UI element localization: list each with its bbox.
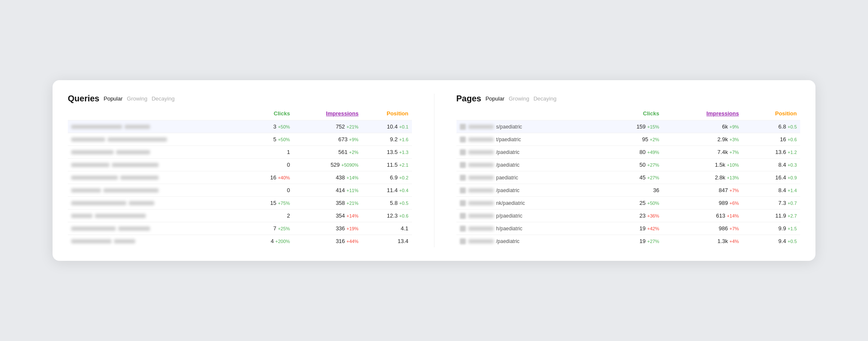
table-row: 0414 +11%11.4 +0.4 (68, 184, 412, 197)
position-cell: 13.4 (362, 235, 412, 248)
main-card: Queries Popular Growing Decaying Clicks … (53, 80, 815, 261)
table-row: 7 +25%336 +19%4.1 (68, 222, 412, 235)
impressions-cell: 1.5k +10% (662, 159, 742, 171)
position-cell: 11.5 +2.1 (362, 159, 412, 171)
clicks-cell: 50 +27% (603, 159, 663, 171)
query-cell (68, 210, 247, 222)
query-cell (68, 197, 247, 210)
pages-tab-growing[interactable]: Growing (509, 95, 529, 102)
queries-table: Clicks Impressions Position 3 +50%752 +2… (68, 109, 412, 247)
page-cell: paediatric (456, 171, 603, 184)
query-cell (68, 133, 247, 146)
col-pages-impressions-header[interactable]: Impressions (662, 109, 742, 120)
page-cell: /paediatric (456, 159, 603, 171)
query-cell (68, 235, 247, 248)
col-query-header (68, 109, 247, 120)
page-cell: s/paediatric (456, 120, 603, 133)
queries-tab-popular[interactable]: Popular (103, 95, 122, 102)
position-cell: 8.4 +0.3 (742, 159, 800, 171)
col-pages-clicks-header[interactable]: Clicks (603, 109, 663, 120)
table-row: 5 +50%673 +9%9.2 +1.6 (68, 133, 412, 146)
pages-header: Pages Popular Growing Decaying (456, 94, 801, 103)
table-row: 0529 +5090%11.5 +2.1 (68, 159, 412, 171)
table-row: 16 +40%438 +14%6.9 +0.2 (68, 171, 412, 184)
impressions-cell: 7.4k +7% (662, 146, 742, 159)
position-cell: 13.6 +1.2 (742, 146, 800, 159)
query-cell (68, 146, 247, 159)
pages-tab-decaying[interactable]: Decaying (534, 95, 556, 102)
position-cell: 5.8 +0.5 (362, 197, 412, 210)
page-cell: h/paediatric (456, 222, 603, 235)
impressions-cell: 358 +21% (293, 197, 362, 210)
clicks-cell: 0 (247, 159, 293, 171)
impressions-cell: 986 +7% (662, 222, 742, 235)
position-cell: 6.9 +0.2 (362, 171, 412, 184)
position-cell: 11.4 +0.4 (362, 184, 412, 197)
position-cell: 9.9 +1.5 (742, 222, 800, 235)
queries-tab-growing[interactable]: Growing (127, 95, 147, 102)
position-cell: 16 +0.6 (742, 133, 800, 146)
impressions-cell: 613 +14% (662, 210, 742, 222)
clicks-cell: 4 +200% (247, 235, 293, 248)
clicks-cell: 2 (247, 210, 293, 222)
impressions-cell: 989 +6% (662, 197, 742, 210)
page-cell: t/paediatric (456, 133, 603, 146)
table-row: nk/paediatric25 +50%989 +6%7.3 +0.7 (456, 197, 801, 210)
query-cell (68, 222, 247, 235)
pages-table: Clicks Impressions Position s/paediatric… (456, 109, 801, 247)
impressions-cell: 414 +11% (293, 184, 362, 197)
position-cell: 6.8 +0.5 (742, 120, 800, 133)
impressions-cell: 561 +2% (293, 146, 362, 159)
impressions-cell: 1.3k +4% (662, 235, 742, 248)
table-row: /paediatric50 +27%1.5k +10%8.4 +0.3 (456, 159, 801, 171)
page-cell: nk/paediatric (456, 197, 603, 210)
position-cell: 8.4 +1.4 (742, 184, 800, 197)
query-cell (68, 184, 247, 197)
impressions-cell: 529 +5090% (293, 159, 362, 171)
impressions-cell: 354 +14% (293, 210, 362, 222)
position-cell: 4.1 (362, 222, 412, 235)
position-cell: 10.4 +0.1 (362, 120, 412, 133)
clicks-cell: 0 (247, 184, 293, 197)
table-row: /paediatric36847 +7%8.4 +1.4 (456, 184, 801, 197)
impressions-cell: 2.8k +13% (662, 171, 742, 184)
position-cell: 7.3 +0.7 (742, 197, 800, 210)
table-row: /paediatric19 +27%1.3k +4%9.4 +0.5 (456, 235, 801, 248)
table-row: 2354 +14%12.3 +0.6 (68, 210, 412, 222)
pages-tab-popular[interactable]: Popular (485, 95, 504, 102)
page-cell: /paediatric (456, 235, 603, 248)
col-page-header (456, 109, 603, 120)
clicks-cell: 15 +75% (247, 197, 293, 210)
queries-tab-decaying[interactable]: Decaying (152, 95, 175, 102)
clicks-cell: 45 +27% (603, 171, 663, 184)
col-clicks-header[interactable]: Clicks (247, 109, 293, 120)
col-pages-position-header[interactable]: Position (742, 109, 800, 120)
page-cell: /paediatric (456, 146, 603, 159)
impressions-cell: 2.9k +3% (662, 133, 742, 146)
table-row: /paediatric80 +49%7.4k +7%13.6 +1.2 (456, 146, 801, 159)
impressions-cell: 6k +9% (662, 120, 742, 133)
position-cell: 16.4 +0.9 (742, 171, 800, 184)
impressions-cell: 847 +7% (662, 184, 742, 197)
table-row: paediatric45 +27%2.8k +13%16.4 +0.9 (456, 171, 801, 184)
query-cell (68, 171, 247, 184)
page-cell: p/paediatric (456, 210, 603, 222)
impressions-cell: 438 +14% (293, 171, 362, 184)
position-cell: 11.9 +2.7 (742, 210, 800, 222)
col-position-header[interactable]: Position (362, 109, 412, 120)
query-cell (68, 120, 247, 133)
clicks-cell: 19 +27% (603, 235, 663, 248)
clicks-cell: 19 +42% (603, 222, 663, 235)
table-row: t/paediatric95 +2%2.9k +3%16 +0.6 (456, 133, 801, 146)
table-row: s/paediatric159 +15%6k +9%6.8 +0.5 (456, 120, 801, 133)
col-impressions-header[interactable]: Impressions (293, 109, 362, 120)
clicks-cell: 95 +2% (603, 133, 663, 146)
clicks-cell: 3 +50% (247, 120, 293, 133)
impressions-cell: 673 +9% (293, 133, 362, 146)
clicks-cell: 80 +49% (603, 146, 663, 159)
clicks-cell: 1 (247, 146, 293, 159)
page-cell: /paediatric (456, 184, 603, 197)
query-cell (68, 159, 247, 171)
clicks-cell: 36 (603, 184, 663, 197)
pages-title: Pages (456, 94, 481, 103)
